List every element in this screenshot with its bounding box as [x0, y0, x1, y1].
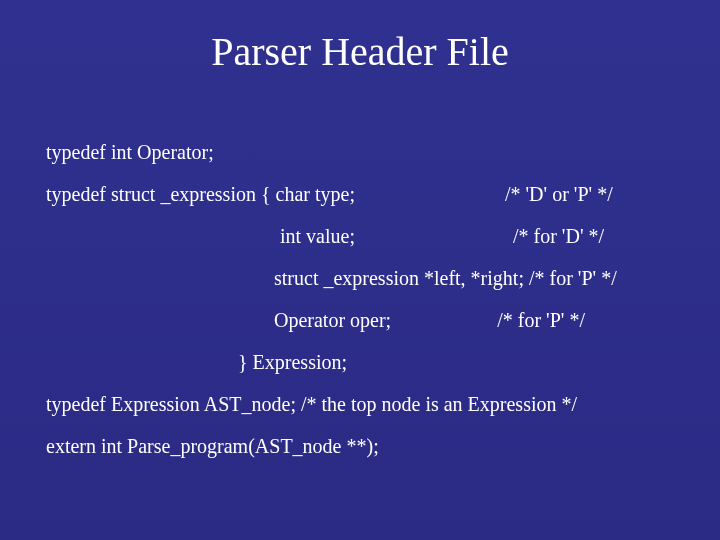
code-line-2: typedef struct _expression { char type; … — [46, 184, 690, 204]
code-line-4: struct _expression *left, *right; /* for… — [46, 268, 690, 288]
code-line-1: typedef int Operator; — [46, 142, 690, 162]
code-text: Operator oper; — [274, 309, 391, 331]
code-comment: /* 'D' or 'P' */ — [505, 184, 613, 204]
code-text: typedef int Operator; — [46, 141, 214, 163]
code-text: typedef struct _expression { char type; — [46, 183, 355, 205]
code-text: int value; — [280, 225, 355, 247]
code-line-8: extern int Parse_program(AST_node **); — [46, 436, 690, 456]
code-text: } Expression; — [238, 351, 347, 373]
code-block: typedef int Operator; typedef struct _ex… — [46, 142, 690, 456]
code-text: extern int Parse_program(AST_node **); — [46, 435, 379, 457]
code-comment: /* for 'P' */ — [497, 310, 585, 330]
code-text: struct _expression *left, *right; /* for… — [274, 267, 617, 289]
code-line-7: typedef Expression AST_node; /* the top … — [46, 394, 690, 414]
code-line-5: Operator oper; /* for 'P' */ — [46, 310, 690, 330]
slide: Parser Header File typedef int Operator;… — [0, 0, 720, 540]
code-line-6: } Expression; — [46, 352, 690, 372]
slide-title: Parser Header File — [0, 28, 720, 75]
code-comment: /* for 'D' */ — [513, 226, 604, 246]
code-line-3: int value; /* for 'D' */ — [46, 226, 690, 246]
code-text: typedef Expression AST_node; /* the top … — [46, 393, 577, 415]
